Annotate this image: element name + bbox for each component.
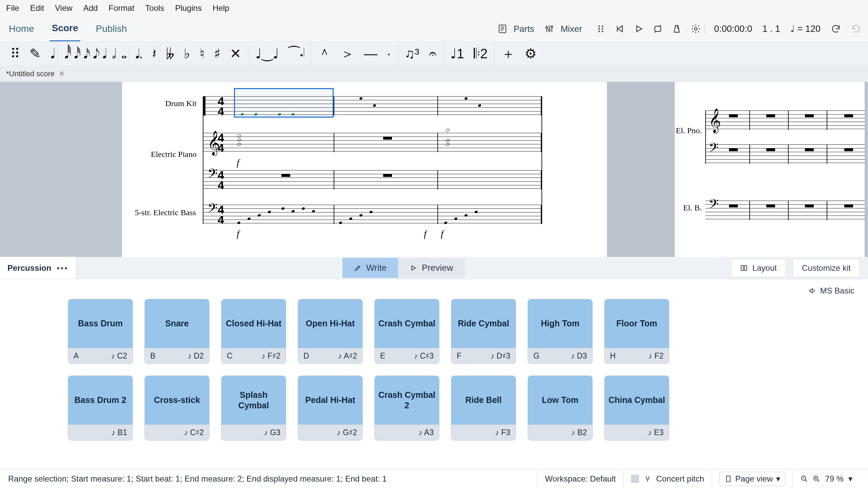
percussion-pad[interactable]: Crash Cymbal 2♪ A3	[374, 375, 439, 441]
pad-label: Snare	[145, 299, 209, 348]
percussion-pad[interactable]: Bass DrumA♪ C2	[68, 299, 133, 364]
pad-footer: ♪ B2	[528, 425, 592, 440]
toolbar-glyph-3-1[interactable]: ♭	[184, 47, 190, 60]
percussion-pad[interactable]: High TomG♪ D3	[528, 299, 593, 364]
zoom-out-icon[interactable]	[801, 475, 808, 483]
toolbar-glyph-5-3[interactable]: ·	[387, 47, 391, 60]
layout-button[interactable]: Layout	[731, 259, 786, 277]
svg-marker-16	[618, 26, 623, 32]
checkbox-icon	[631, 475, 639, 483]
toolbar-glyph-0-1[interactable]: ✎	[29, 47, 41, 60]
loop-icon[interactable]	[653, 24, 663, 34]
menu-view[interactable]: View	[55, 3, 73, 13]
metronome-icon[interactable]	[672, 24, 682, 34]
percussion-pad[interactable]: SnareB♪ D2	[144, 299, 210, 364]
percussion-pad[interactable]: Cross-stick♪ C♯2	[144, 375, 210, 441]
toolbar-glyph-3-0[interactable]: 𝄫	[166, 47, 174, 60]
zoom-level[interactable]: 79 %	[825, 474, 844, 484]
toolbar-glyph-3-2[interactable]: ♮	[200, 47, 204, 60]
percussion-pad[interactable]: Crash CymbalE♪ C♯3	[374, 299, 439, 364]
pad-keyboard-shortcut: G	[533, 351, 539, 361]
percussion-pad[interactable]: Closed Hi-HatC♪ F♯2	[221, 299, 286, 364]
percussion-pad[interactable]: Floor TomH♪ F2	[604, 299, 669, 364]
undo-icon[interactable]	[831, 24, 841, 34]
toolbar-glyph-4-1[interactable]: ⁀𝆺𝅥	[289, 47, 304, 60]
toolbar-glyph-3-4[interactable]: ✕	[230, 47, 241, 60]
menu-plugins[interactable]: Plugins	[175, 3, 202, 13]
soundfont-label[interactable]: MS Basic	[809, 286, 854, 296]
svg-marker-25	[810, 289, 812, 293]
toolbar-glyph-7-1[interactable]: 𝄆2	[474, 47, 488, 60]
view-mode-select[interactable]: Page view ▾	[712, 469, 793, 488]
toolbar-glyph-4-0[interactable]: ♩‿♩	[255, 47, 279, 60]
percussion-pad[interactable]: Ride CymbalF♪ D♯3	[451, 299, 516, 364]
play-icon[interactable]	[634, 24, 644, 34]
pad-footer: C♪ F♯2	[221, 348, 286, 364]
instrument-label-drumkit: Drum Kit	[129, 99, 197, 108]
parts-button[interactable]: Parts	[497, 24, 534, 34]
percussion-pad[interactable]: Pedal Hi-Hat♪ G♯2	[298, 375, 363, 441]
settings-icon[interactable]	[691, 24, 701, 34]
pad-label: Bass Drum 2	[68, 376, 133, 425]
pad-note: ♪ C♯3	[414, 351, 434, 361]
workspace-label[interactable]: Workspace: Default	[537, 469, 623, 488]
percussion-pad[interactable]: Low Tom♪ B2	[528, 375, 593, 441]
menu-tools[interactable]: Tools	[145, 3, 164, 13]
menu-edit[interactable]: Edit	[30, 3, 44, 13]
toolbar-glyph-7-0[interactable]: ♩1	[450, 47, 464, 60]
pad-label: Splash Cymbal	[221, 376, 286, 425]
pad-footer: A♪ C2	[68, 348, 133, 364]
preview-mode-button[interactable]: Preview	[398, 258, 465, 278]
more-icon[interactable]: •••	[57, 263, 68, 273]
toolbar-glyph-5-2[interactable]: —	[364, 47, 377, 60]
percussion-pad[interactable]: Open Hi-HatD♪ A♯2	[298, 299, 363, 364]
concert-pitch-toggle[interactable]: Concert pitch	[623, 469, 711, 488]
score-page-1[interactable]: Drum Kit 44 Electric Piano 𝄞 44	[122, 82, 607, 257]
write-mode-button[interactable]: Write	[342, 258, 398, 278]
toolbar-glyph-2-0[interactable]: 𝅘𝅥 .	[135, 47, 143, 60]
tempo-display[interactable]: ♩ = 120	[790, 23, 821, 34]
toolbar-glyph-8-1[interactable]: ⚙	[525, 47, 537, 60]
percussion-pad[interactable]: Splash Cymbal♪ G3	[221, 375, 286, 441]
toolbar-glyph-8-0[interactable]: ＋	[501, 47, 515, 60]
percussion-pad[interactable]: Bass Drum 2♪ B1	[68, 375, 133, 441]
menu-bar: File Edit View Add Format Tools Plugins …	[0, 0, 868, 16]
score-canvas[interactable]: Drum Kit 44 Electric Piano 𝄞 44	[0, 82, 868, 257]
toolbar-glyph-0-0[interactable]: ⠿	[10, 47, 20, 60]
bass-clef-icon: 𝄢	[709, 140, 719, 159]
toolbar-glyph-5-1[interactable]: ＞	[341, 47, 354, 60]
tab-score[interactable]: Score	[50, 16, 80, 42]
menu-add[interactable]: Add	[83, 3, 98, 13]
svg-point-8	[549, 29, 551, 31]
time-display: 0:00:00:0 1 . 1 ♩ = 120	[704, 23, 861, 34]
toolbar-glyph-6-1[interactable]: 𝄐	[429, 47, 436, 60]
svg-line-32	[817, 480, 820, 482]
toolbar-glyph-6-0[interactable]: ♫³	[405, 47, 419, 60]
document-tab[interactable]: *Untitled score	[6, 69, 55, 78]
menu-file[interactable]: File	[6, 3, 19, 13]
pad-footer: ♪ F3	[451, 425, 516, 440]
drag-handle-icon[interactable]	[596, 24, 606, 34]
customize-kit-button[interactable]: Customize kit	[793, 259, 860, 277]
menu-format[interactable]: Format	[108, 3, 134, 13]
tab-publish[interactable]: Publish	[94, 17, 129, 41]
percussion-panel-header: Percussion ••• Write Preview Layout Cust…	[0, 257, 868, 279]
toolbar-glyph-5-0[interactable]: ＾	[318, 47, 331, 60]
time-code: 0:00:00:0	[714, 24, 752, 34]
menu-help[interactable]: Help	[213, 3, 229, 13]
pad-footer: B♪ D2	[145, 348, 209, 364]
toolbar-glyph-3-3[interactable]: ♯	[214, 47, 220, 60]
pad-footer: E♪ C♯3	[375, 348, 439, 364]
main-tabbar: Home Score Publish Parts Mixer 0:00:00:0…	[0, 16, 868, 41]
rewind-icon[interactable]	[615, 24, 625, 34]
chevron-down-icon[interactable]: ▾	[848, 474, 852, 484]
score-page-2[interactable]: El. Pno. 𝄞 𝄢 El. B. 𝄢	[675, 82, 865, 257]
zoom-in-icon[interactable]	[813, 475, 820, 483]
pad-keyboard-shortcut: B	[150, 351, 155, 361]
percussion-pad[interactable]: China Cymbal♪ E3	[604, 375, 669, 441]
bass-clef-icon: 𝄢	[709, 197, 719, 215]
close-tab-icon[interactable]: ✕	[59, 69, 65, 78]
tab-home[interactable]: Home	[7, 17, 36, 41]
percussion-pad[interactable]: Ride Bell♪ F3	[451, 375, 516, 441]
mixer-button[interactable]: Mixer	[544, 24, 582, 34]
